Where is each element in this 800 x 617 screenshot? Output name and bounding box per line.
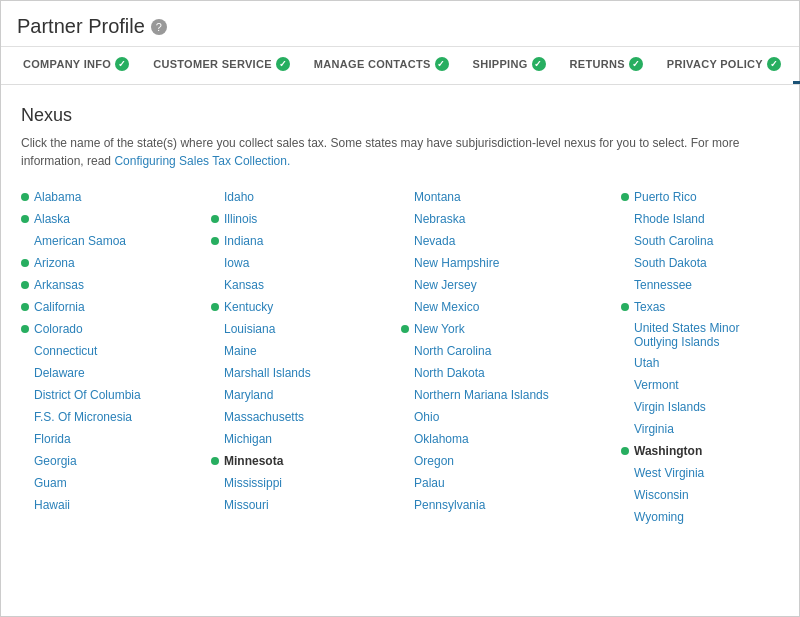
nav-tab-company-info[interactable]: COMPANY INFO✓ [11, 47, 141, 84]
state-name[interactable]: Rhode Island [634, 212, 705, 226]
state-item: South Dakota [621, 252, 779, 274]
state-item: Northern Mariana Islands [401, 384, 621, 406]
state-name[interactable]: Connecticut [34, 344, 97, 358]
state-column-2: MontanaNebraskaNevadaNew HampshireNew Je… [401, 186, 621, 528]
state-item: Minnesota [211, 450, 401, 472]
state-item: Kansas [211, 274, 401, 296]
state-name[interactable]: Ohio [414, 410, 439, 424]
state-name[interactable]: Maine [224, 344, 257, 358]
nav-tab-label: COMPANY INFO [23, 58, 111, 70]
state-name[interactable]: Kansas [224, 278, 264, 292]
state-name[interactable]: West Virginia [634, 466, 704, 480]
state-item: Delaware [21, 362, 211, 384]
state-name[interactable]: United States Minor Outlying Islands [634, 321, 779, 349]
state-name[interactable]: New York [414, 322, 465, 336]
state-name[interactable]: Puerto Rico [634, 190, 697, 204]
state-name[interactable]: Virginia [634, 422, 674, 436]
state-name[interactable]: Illinois [224, 212, 257, 226]
state-name[interactable]: Oklahoma [414, 432, 469, 446]
state-name[interactable]: Wisconsin [634, 488, 689, 502]
state-name[interactable]: Pennsylvania [414, 498, 485, 512]
nav-tab-label: SHIPPING [473, 58, 528, 70]
state-name[interactable]: Florida [34, 432, 71, 446]
state-name[interactable]: South Carolina [634, 234, 713, 248]
state-item: Mississippi [211, 472, 401, 494]
active-dot [21, 259, 29, 267]
state-name[interactable]: Utah [634, 356, 659, 370]
state-name[interactable]: Delaware [34, 366, 85, 380]
state-name[interactable]: Mississippi [224, 476, 282, 490]
state-name[interactable]: Minnesota [224, 454, 283, 468]
state-name[interactable]: Wyoming [634, 510, 684, 524]
state-name[interactable]: Washington [634, 444, 702, 458]
nav-tab-label: RETURNS [570, 58, 625, 70]
state-item: Nevada [401, 230, 621, 252]
nav-tab-manage-contacts[interactable]: MANAGE CONTACTS✓ [302, 47, 461, 84]
state-name[interactable]: Montana [414, 190, 461, 204]
state-name[interactable]: Missouri [224, 498, 269, 512]
state-name[interactable]: Michigan [224, 432, 272, 446]
nav-tab-shipping[interactable]: SHIPPING✓ [461, 47, 558, 84]
state-name[interactable]: Arizona [34, 256, 75, 270]
active-dot [621, 447, 629, 455]
state-name[interactable]: Oregon [414, 454, 454, 468]
state-name[interactable]: F.S. Of Micronesia [34, 410, 132, 424]
empty-dot [401, 237, 409, 245]
state-item: F.S. Of Micronesia [21, 406, 211, 428]
state-name[interactable]: Vermont [634, 378, 679, 392]
state-name[interactable]: New Mexico [414, 300, 479, 314]
state-name[interactable]: Marshall Islands [224, 366, 311, 380]
empty-dot [621, 469, 629, 477]
state-name[interactable]: Kentucky [224, 300, 273, 314]
state-name[interactable]: Guam [34, 476, 67, 490]
state-name[interactable]: Alaska [34, 212, 70, 226]
state-name[interactable]: North Carolina [414, 344, 491, 358]
state-name[interactable]: Georgia [34, 454, 77, 468]
state-name[interactable]: Nevada [414, 234, 455, 248]
state-name[interactable]: Virgin Islands [634, 400, 706, 414]
configuring-link[interactable]: Configuring Sales Tax Collection. [114, 154, 290, 168]
state-item: Massachusetts [211, 406, 401, 428]
empty-dot [211, 347, 219, 355]
active-dot [21, 281, 29, 289]
state-item: Indiana [211, 230, 401, 252]
state-item: West Virginia [621, 462, 779, 484]
state-name[interactable]: Palau [414, 476, 445, 490]
empty-dot [21, 369, 29, 377]
state-name[interactable]: Iowa [224, 256, 249, 270]
nav-tab-returns[interactable]: RETURNS✓ [558, 47, 655, 84]
state-name[interactable]: Louisiana [224, 322, 275, 336]
state-name[interactable]: Tennessee [634, 278, 692, 292]
state-column-0: AlabamaAlaskaAmerican SamoaArizonaArkans… [21, 186, 211, 528]
state-item: Arizona [21, 252, 211, 274]
empty-dot [401, 479, 409, 487]
state-name[interactable]: American Samoa [34, 234, 126, 248]
state-name[interactable]: Texas [634, 300, 665, 314]
state-name[interactable]: Colorado [34, 322, 83, 336]
state-name[interactable]: District Of Columbia [34, 388, 141, 402]
state-name[interactable]: Alabama [34, 190, 81, 204]
nav-tab-privacy-policy[interactable]: PRIVACY POLICY✓ [655, 47, 793, 84]
state-name[interactable]: Nebraska [414, 212, 465, 226]
state-name[interactable]: Hawaii [34, 498, 70, 512]
help-icon[interactable]: ? [151, 19, 167, 35]
nav-tab-taxes[interactable]: TAXES✓ [793, 47, 800, 84]
state-name[interactable]: Maryland [224, 388, 273, 402]
state-name[interactable]: New Hampshire [414, 256, 499, 270]
state-item: Alaska [21, 208, 211, 230]
state-name[interactable]: North Dakota [414, 366, 485, 380]
state-name[interactable]: Massachusetts [224, 410, 304, 424]
empty-dot [211, 281, 219, 289]
state-item: Hawaii [21, 494, 211, 516]
state-name[interactable]: South Dakota [634, 256, 707, 270]
active-dot [21, 215, 29, 223]
state-name[interactable]: California [34, 300, 85, 314]
state-name[interactable]: New Jersey [414, 278, 477, 292]
state-name[interactable]: Indiana [224, 234, 263, 248]
state-name[interactable]: Idaho [224, 190, 254, 204]
nav-tab-customer-service[interactable]: CUSTOMER SERVICE✓ [141, 47, 302, 84]
state-name[interactable]: Northern Mariana Islands [414, 388, 549, 402]
state-item: United States Minor Outlying Islands [621, 318, 779, 352]
active-dot [21, 325, 29, 333]
state-name[interactable]: Arkansas [34, 278, 84, 292]
